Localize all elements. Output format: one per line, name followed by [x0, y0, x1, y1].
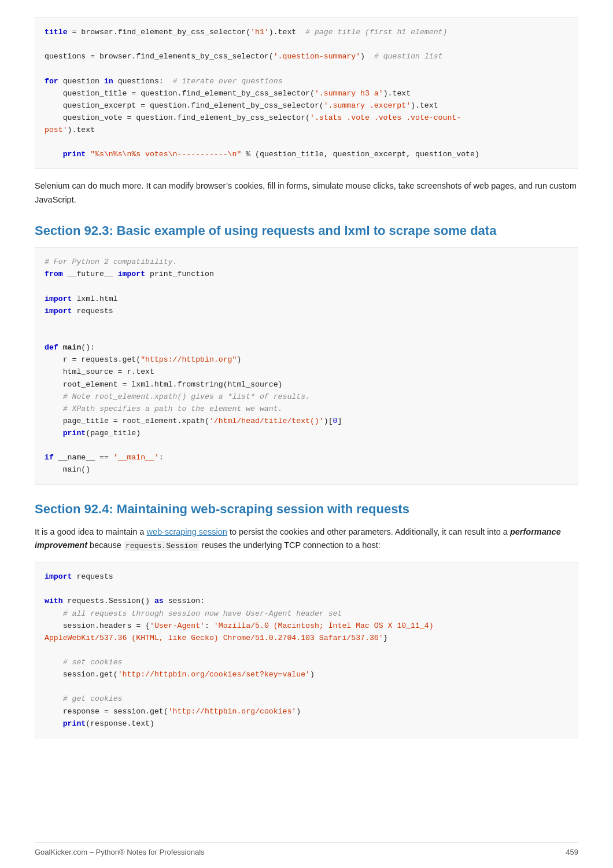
section-92-3-heading: Section 92.3: Basic example of using req…: [35, 223, 578, 240]
web-scraping-session-link[interactable]: web-scraping session: [146, 527, 227, 536]
footer-right: 459: [566, 848, 578, 856]
performance-improvement-italic: performance improvement: [35, 527, 561, 550]
paragraph-2: It is a good idea to maintain a web-scra…: [35, 525, 578, 553]
code-block-3: import requests with requests.Session() …: [35, 562, 578, 738]
section-92-4-heading: Section 92.4: Maintaining web-scraping s…: [35, 501, 578, 518]
code-block-2: # For Python 2 compatibility. from __fut…: [35, 247, 578, 484]
page-footer: GoalKicker.com – Python® Notes for Profe…: [35, 843, 578, 856]
code-block-1: title = browser.find_element_by_css_sele…: [35, 17, 578, 169]
paragraph-1: Selenium can do much more. It can modify…: [35, 179, 578, 206]
requests-session-code: requests.Session: [124, 541, 200, 551]
footer-left: GoalKicker.com – Python® Notes for Profe…: [35, 848, 205, 856]
